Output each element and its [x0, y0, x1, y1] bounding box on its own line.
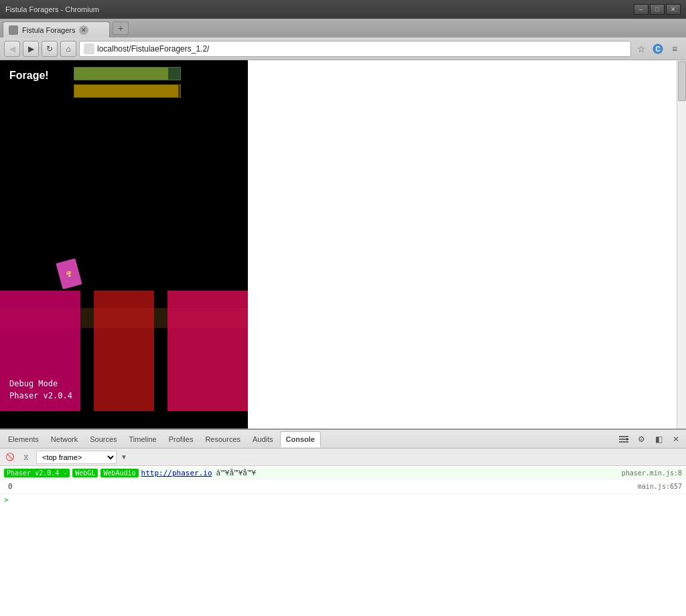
address-bar[interactable]: localhost/FistulaeForagers_1.2/ [79, 41, 631, 57]
devtools-toolbar: Elements Network Sources Timeline Profil… [0, 430, 686, 449]
close-button[interactable]: ✕ [666, 4, 681, 15]
forage-label: Forage! [9, 70, 49, 82]
devtools-panel: Elements Network Sources Timeline Profil… [0, 429, 686, 616]
title-bar: Fistula Foragers - Chromium ─ □ ✕ [0, 0, 686, 19]
phaser-link[interactable]: http://phaser.io [141, 469, 212, 477]
menu-icon: ≡ [672, 44, 677, 54]
window-title: Fistula Foragers - Chromium [5, 5, 99, 13]
frame-selector[interactable]: <top frame> [36, 451, 117, 464]
star-icon: ☆ [637, 44, 646, 54]
console-number: 0 [4, 481, 17, 492]
extension-button[interactable]: C [650, 41, 665, 57]
health-bar-container [74, 67, 181, 80]
browser-window: Fistula Foragers - Chromium ─ □ ✕ Fistul… [0, 0, 686, 616]
svg-marker-5 [626, 438, 629, 441]
devtools-right-controls: ⚙ ◧ ✕ [616, 433, 683, 446]
back-button[interactable]: ◀ [4, 41, 20, 57]
execute-icon [618, 434, 629, 445]
url-text: localhost/FistulaeForagers_1.2/ [97, 44, 209, 54]
page-icon [84, 44, 94, 54]
item-card: 🍄 [56, 258, 82, 289]
console-caret: > [4, 495, 9, 504]
browser-tab[interactable]: Fistula Foragers ✕ [3, 21, 110, 37]
devtools-tab-network[interactable]: Network [46, 431, 83, 447]
clear-console-button[interactable]: 🚫 [4, 451, 16, 463]
devtools-settings-button[interactable]: ⚙ [634, 433, 648, 446]
minimize-button[interactable]: ─ [634, 4, 648, 15]
forward-button[interactable]: ▶ [23, 41, 39, 57]
svg-rect-4 [619, 441, 628, 443]
devtools-tab-elements[interactable]: Elements [3, 431, 44, 447]
home-button[interactable]: ⌂ [60, 41, 76, 57]
devtools-tab-profiles[interactable]: Profiles [163, 431, 199, 447]
debug-line2: Phaser v2.0.4 [9, 390, 72, 402]
svg-rect-2 [619, 436, 628, 437]
forward-icon: ▶ [28, 44, 34, 54]
debug-line1: Debug Mode [9, 378, 72, 390]
game-overlay: Forage! [0, 60, 248, 411]
refresh-button[interactable]: ↻ [42, 41, 58, 57]
devtools-tab-console[interactable]: Console [280, 431, 321, 447]
console-log-row: Phaser v2.0.4 - WebGL WebAudio http://ph… [0, 467, 686, 479]
nav-right-buttons: ☆ C ≡ [634, 41, 682, 57]
devtools-tab-resources[interactable]: Resources [200, 431, 246, 447]
phaser-badge: Phaser v2.0.4 - [4, 469, 70, 477]
game-canvas: Forage! [0, 60, 248, 411]
section-red-mid [94, 291, 154, 411]
window-controls: ─ □ ✕ [634, 4, 681, 15]
health-bar-fill [74, 68, 168, 80]
gold-bar-fill [74, 85, 178, 97]
scrollbar-thumb[interactable] [678, 61, 686, 101]
devtools-tab-sources[interactable]: Sources [84, 431, 122, 447]
log-source-main[interactable]: main.js:657 [638, 483, 682, 490]
content-area: Forage! [0, 60, 686, 429]
gold-bar-container [74, 84, 181, 98]
maximize-button[interactable]: □ [650, 4, 665, 15]
white-space [248, 60, 677, 429]
main-scrollbar[interactable] [677, 60, 686, 429]
extension-icon: C [652, 43, 664, 55]
console-toolbar: 🚫 ⧖ <top frame> ▼ [0, 449, 686, 466]
devtools-tab-audits[interactable]: Audits [247, 431, 279, 447]
execute-context-button[interactable] [616, 433, 631, 446]
item-label: 🍄 [65, 270, 73, 277]
game-canvas-area: Forage! [0, 60, 248, 429]
tab-favicon [9, 25, 18, 35]
section-pink-right [167, 291, 248, 411]
dock-button[interactable]: ◧ [651, 433, 666, 446]
tab-bar: Fistula Foragers ✕ + [0, 19, 686, 37]
debug-text: Debug Mode Phaser v2.0.4 [9, 378, 72, 402]
console-number-row: 0 main.js:657 [0, 479, 686, 494]
bookmark-button[interactable]: ☆ [634, 41, 648, 57]
filter-button[interactable]: ⧖ [20, 451, 32, 463]
console-content: Phaser v2.0.4 - WebGL WebAudio http://ph… [0, 466, 686, 616]
back-icon: ◀ [9, 44, 15, 54]
title-bar-left: Fistula Foragers - Chromium [5, 5, 99, 13]
svg-text:C: C [655, 46, 660, 53]
tab-label: Fistula Foragers [22, 26, 75, 34]
new-tab-button[interactable]: + [113, 21, 129, 35]
log-text-symbols: â™¥å™¥å™¥ [216, 469, 257, 477]
tab-close-button[interactable]: ✕ [79, 25, 88, 35]
menu-button[interactable]: ≡ [667, 41, 682, 57]
webgl-badge: WebGL [72, 469, 98, 477]
webaudio-badge: WebAudio [100, 469, 138, 477]
console-prompt-row: > [0, 494, 686, 506]
log-source-phaser[interactable]: phaser.min.js:8 [622, 469, 682, 477]
refresh-icon: ↻ [46, 44, 53, 54]
devtools-tab-timeline[interactable]: Timeline [124, 431, 162, 447]
nav-bar: ◀ ▶ ↻ ⌂ localhost/FistulaeForagers_1.2/ … [0, 37, 686, 60]
frame-dropdown-arrow: ▼ [121, 453, 127, 461]
home-icon: ⌂ [66, 44, 70, 54]
devtools-close-button[interactable]: ✕ [669, 433, 683, 446]
